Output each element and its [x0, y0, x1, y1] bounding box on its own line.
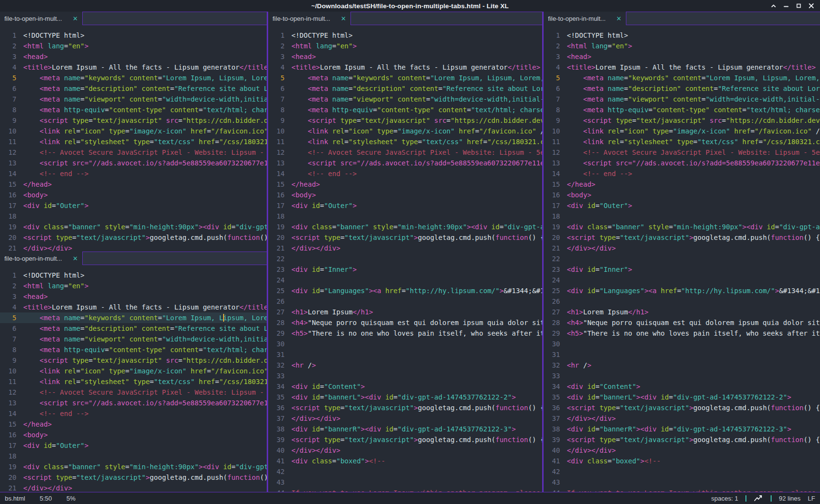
code-line[interactable]: 11 <link rel="stylesheet" type="text/css…	[268, 136, 542, 147]
code-line[interactable]: 35<div id="bannerL"><div id="div-gpt-ad-…	[544, 392, 820, 402]
code-line[interactable]: 39<script type="text/javascript">googlet…	[544, 434, 820, 445]
code-line[interactable]: 1<!DOCTYPE html>	[268, 30, 542, 41]
code-line[interactable]: 42	[544, 466, 820, 477]
code-line[interactable]: 25<div id="Languages"><a href="http://hy…	[544, 285, 820, 296]
status-indent-mode[interactable]: spaces: 1	[711, 495, 738, 502]
code-line[interactable]: 37</div></div>	[268, 413, 542, 424]
code-line[interactable]: 12 <!-- Avocet Secure JavaScript Pixel -…	[544, 147, 820, 158]
code-line[interactable]: 4<title>Lorem Ipsum - All the facts - Li…	[0, 62, 267, 73]
code-line[interactable]: 20<script type="text/javascript">googlet…	[268, 232, 542, 243]
code-line[interactable]: 31	[268, 349, 542, 360]
code-line[interactable]: 1<!DOCTYPE html>	[0, 30, 267, 41]
code-line[interactable]: 15</head>	[0, 179, 267, 190]
code-line[interactable]: 7 <meta name="viewport" content="width=d…	[0, 334, 267, 344]
code-line[interactable]: 3<head>	[0, 291, 267, 302]
code-line[interactable]: 14 <!-- end -->	[268, 168, 542, 179]
code-line[interactable]: 12 <!-- Avocet Secure JavaScript Pixel -…	[0, 147, 267, 158]
code-line[interactable]: 15</head>	[0, 419, 267, 430]
code-line[interactable]: 18	[544, 211, 820, 222]
code-line[interactable]: 21</div></div>	[0, 243, 267, 252]
code-line[interactable]: 31	[544, 349, 820, 360]
code-line[interactable]: 34<div id="Content">	[544, 381, 820, 392]
close-button[interactable]	[807, 2, 815, 10]
code-line[interactable]: 17<div id="Outer">	[268, 200, 542, 211]
code-line[interactable]: 30	[268, 339, 542, 349]
code-line[interactable]: 4<title>Lorem Ipsum - All the facts - Li…	[0, 302, 267, 312]
code-line[interactable]: 22	[544, 253, 820, 264]
code-line[interactable]: 9 <script type="text/javascript" src="ht…	[268, 115, 542, 126]
code-line[interactable]: 40</div></div>	[544, 445, 820, 456]
code-line[interactable]: 9 <script type="text/javascript" src="ht…	[544, 115, 820, 126]
code-line[interactable]: 33	[268, 371, 542, 381]
code-area[interactable]: 1<!DOCTYPE html>2<html lang="en">3<head>…	[0, 25, 267, 252]
code-line[interactable]: 19<div class="banner" style="min-height:…	[0, 222, 267, 232]
code-line[interactable]: 2<html lang="en">	[544, 41, 820, 51]
code-line[interactable]: 22	[268, 253, 542, 264]
tab-close-icon[interactable]: ✕	[73, 15, 78, 22]
code-line[interactable]: 10 <link rel="icon" type="image/x-icon" …	[544, 126, 820, 136]
code-line[interactable]: 27<h1>Lorem Ipsum</h1>	[268, 307, 542, 317]
code-line[interactable]: 5 <meta name="keywords" content="Lorem I…	[544, 73, 820, 83]
code-line[interactable]: 28<h4>"Neque porro quisquam est qui dolo…	[268, 317, 542, 328]
code-line[interactable]: 18	[0, 451, 267, 461]
code-line[interactable]: 20<script type="text/javascript">googlet…	[0, 232, 267, 243]
code-line[interactable]: 16<body>	[0, 190, 267, 200]
code-line[interactable]: 26	[268, 296, 542, 307]
code-line[interactable]: 11 <link rel="stylesheet" type="text/css…	[0, 136, 267, 147]
code-line[interactable]: 41<div class="boxed"><!--	[544, 456, 820, 466]
code-line[interactable]: 41<div class="boxed"><!--	[268, 456, 542, 466]
code-line[interactable]: 3<head>	[544, 51, 820, 62]
code-line[interactable]: 19<div class="banner" style="min-height:…	[0, 461, 267, 472]
code-line[interactable]: 42	[268, 466, 542, 477]
code-line[interactable]: 8 <meta http-equiv="content-type" conten…	[544, 104, 820, 115]
code-line[interactable]: 7 <meta name="viewport" content="width=d…	[268, 94, 542, 104]
code-line[interactable]: 18	[0, 211, 267, 222]
code-line[interactable]: 17<div id="Outer">	[0, 200, 267, 211]
code-line[interactable]: 3<head>	[0, 51, 267, 62]
line-graph-icon[interactable]	[754, 494, 763, 502]
code-line[interactable]: 24	[268, 275, 542, 285]
code-line[interactable]: 5 <meta name="keywords" content="Lorem I…	[0, 312, 267, 323]
code-line[interactable]: 16<body>	[268, 190, 542, 200]
code-line[interactable]: 10 <link rel="icon" type="image/x-icon" …	[0, 126, 267, 136]
code-line[interactable]: 13 <script src="//ads.avocet.io/s?add=5e…	[544, 158, 820, 168]
code-line[interactable]: 30	[544, 339, 820, 349]
code-line[interactable]: 2<html lang="en">	[0, 281, 267, 291]
code-line[interactable]: 20<script type="text/javascript">googlet…	[544, 232, 820, 243]
code-line[interactable]: 3<head>	[268, 51, 542, 62]
code-line[interactable]: 14 <!-- end -->	[0, 408, 267, 419]
code-line[interactable]: 21</div></div>	[544, 243, 820, 253]
maximize-button[interactable]	[795, 2, 803, 10]
minimize-button[interactable]	[782, 2, 790, 10]
code-line[interactable]: 20<script type="text/javascript">googlet…	[0, 472, 267, 483]
code-line[interactable]: 14 <!-- end -->	[544, 168, 820, 179]
status-filename[interactable]: bs.html	[5, 495, 25, 502]
code-line[interactable]: 10 <link rel="icon" type="image/x-icon" …	[0, 366, 267, 376]
code-line[interactable]: 40</div></div>	[268, 445, 542, 456]
code-line[interactable]: 10 <link rel="icon" type="image/x-icon" …	[268, 126, 542, 136]
code-line[interactable]: 19<div class="banner" style="min-height:…	[544, 222, 820, 232]
code-area[interactable]: 1<!DOCTYPE html>2<html lang="en">3<head>…	[544, 25, 820, 492]
code-line[interactable]: 13 <script src="//ads.avocet.io/s?add=5e…	[0, 158, 267, 168]
code-line[interactable]: 17<div id="Outer">	[0, 440, 267, 451]
code-line[interactable]: 43	[544, 477, 820, 488]
code-line[interactable]: 9 <script type="text/javascript" src="ht…	[0, 115, 267, 126]
code-line[interactable]: 6 <meta name="description" content="Refe…	[544, 83, 820, 94]
code-line[interactable]: 7 <meta name="viewport" content="width=d…	[0, 94, 267, 104]
status-line-ending[interactable]: LF	[808, 495, 815, 502]
code-area[interactable]: 1<!DOCTYPE html>2<html lang="en">3<head>…	[268, 25, 542, 492]
code-line[interactable]: 44If you want to use Lorem Ipsum within …	[544, 488, 820, 492]
code-line[interactable]: 6 <meta name="description" content="Refe…	[0, 323, 267, 334]
tab-close-icon[interactable]: ✕	[73, 255, 78, 262]
code-line[interactable]: 13 <script src="//ads.avocet.io/s?add=5e…	[0, 398, 267, 408]
tab-close-icon[interactable]: ✕	[341, 15, 346, 22]
code-line[interactable]: 34<div id="Content">	[268, 381, 542, 392]
code-line[interactable]: 11 <link rel="stylesheet" type="text/css…	[0, 376, 267, 387]
tab-file-to-open-in-multiple-tabs[interactable]: file-to-open-in-mult... ✕	[544, 12, 626, 25]
code-line[interactable]: 6 <meta name="description" content="Refe…	[268, 83, 542, 94]
code-line[interactable]: 25<div id="Languages"><a href="http://hy…	[268, 285, 542, 296]
code-line[interactable]: 38<div id="bannerR"><div id="div-gpt-ad-…	[268, 424, 542, 434]
code-line[interactable]: 9 <script type="text/javascript" src="ht…	[0, 355, 267, 366]
code-line[interactable]: 8 <meta http-equiv="content-type" conten…	[0, 104, 267, 115]
code-line[interactable]: 21</div></div>	[268, 243, 542, 253]
